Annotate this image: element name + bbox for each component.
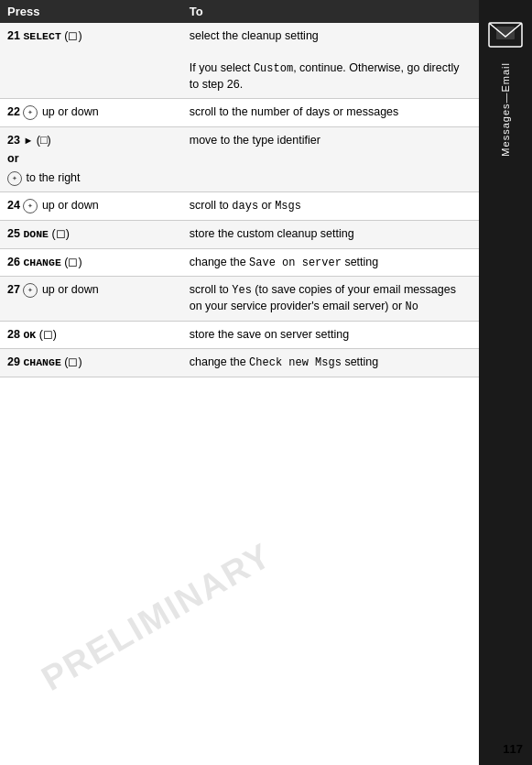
watermark: PRELIMINARY — [35, 535, 278, 698]
key-paren: (◻) — [39, 328, 57, 341]
plain-text: select the cleanup setting — [190, 29, 319, 42]
right-arrow-icon: ► — [23, 134, 33, 148]
plain-text: store the custom cleanup setting — [190, 227, 354, 240]
to-cell: move to the type identifier — [182, 126, 479, 192]
press-cell: 29 CHANGE (◻) — [0, 349, 182, 377]
to-cell: store the save on server setting — [182, 321, 479, 349]
press-text: up or down — [42, 105, 99, 118]
plain-text: If you select Custom, continue. Otherwis… — [190, 61, 460, 91]
to-header: To — [182, 0, 479, 23]
key-paren: (□) — [37, 134, 51, 147]
svg-rect-1 — [496, 27, 515, 39]
table-row: 24 up or downscroll to days or Msgs — [0, 192, 479, 221]
table-row: 23 ► (□)or to the rightmove to the type … — [0, 126, 479, 192]
plain-text: scroll to the number of days or messages — [190, 105, 399, 118]
press-cell: 28 OK (◻) — [0, 321, 182, 349]
table-header: Press To — [0, 0, 479, 23]
plain-text: scroll to — [190, 199, 233, 212]
to-cell: scroll to days or Msgs — [182, 192, 479, 221]
to-cell: select the cleanup settingIf you select … — [182, 23, 479, 99]
press-cell: 26 CHANGE (◻) — [0, 248, 182, 277]
plain-text: scroll to — [190, 283, 233, 296]
nav-icon — [23, 105, 38, 120]
press-text: to the right — [26, 171, 80, 184]
table-row: 26 CHANGE (◻)change the Save on server s… — [0, 248, 479, 277]
press-cell: 24 up or down — [0, 192, 182, 221]
press-header: Press — [0, 0, 182, 23]
mono-text: Msgs — [275, 200, 301, 213]
or-label: or — [7, 151, 175, 168]
mono-text: Yes — [232, 284, 252, 297]
press-text: up or down — [42, 283, 99, 296]
plain-text: change the — [190, 256, 249, 268]
page-number: 117 — [503, 742, 523, 756]
table-row: 25 DONE (◻)store the custom cleanup sett… — [0, 221, 479, 249]
key-name: CHANGE — [23, 355, 60, 370]
nav-icon — [23, 199, 38, 213]
press-cell: 27 up or down — [0, 277, 182, 322]
press-cell: 21 SELECT (◻) — [0, 23, 182, 99]
key-paren: (◻) — [64, 355, 81, 368]
plain-text: store the save on server setting — [190, 328, 349, 341]
press-cell: 23 ► (□)or to the right — [0, 126, 182, 192]
key-paren: (◻) — [64, 29, 81, 42]
sidebar-label: Messages—Email — [500, 62, 511, 157]
key-name: OK — [23, 328, 36, 343]
plain-text: setting — [342, 355, 378, 368]
press-cell: 22 up or down — [0, 99, 182, 127]
to-cell: scroll to Yes (to save copies of your em… — [182, 277, 479, 322]
press-cell: 25 DONE (◻) — [0, 221, 182, 249]
key-paren: (◻) — [64, 256, 81, 268]
plain-text: setting — [342, 256, 378, 268]
key-name: DONE — [23, 227, 49, 242]
sidebar: Messages—Email — [479, 0, 532, 765]
key-paren: (◻) — [51, 227, 69, 240]
nav-icon — [7, 171, 22, 186]
plain-text: move to the type identifier — [190, 134, 320, 147]
nav-icon — [23, 283, 38, 298]
envelope-icon — [488, 22, 523, 48]
plain-text: or — [258, 199, 275, 212]
key-name: CHANGE — [23, 256, 60, 270]
mono-text: No — [406, 301, 418, 313]
to-cell: change the Check new Msgs setting — [182, 349, 479, 377]
mono-text: days — [232, 200, 258, 213]
mono-text: Save on server — [249, 257, 342, 269]
table-row: 21 SELECT (◻)select the cleanup settingI… — [0, 23, 479, 99]
press-text: up or down — [42, 199, 99, 212]
table-row: 22 up or downscroll to the number of day… — [0, 99, 479, 127]
mono-text: Check new Msgs — [249, 356, 342, 369]
to-cell: store the custom cleanup setting — [182, 221, 479, 249]
to-cell: change the Save on server setting — [182, 248, 479, 277]
table-row: 29 CHANGE (◻)change the Check new Msgs s… — [0, 349, 479, 377]
key-name: SELECT — [23, 29, 60, 44]
to-cell: scroll to the number of days or messages — [182, 99, 479, 127]
plain-text: change the — [190, 355, 249, 368]
table-row: 27 up or downscroll to Yes (to save copi… — [0, 277, 479, 322]
table-row: 28 OK (◻)store the save on server settin… — [0, 321, 479, 349]
